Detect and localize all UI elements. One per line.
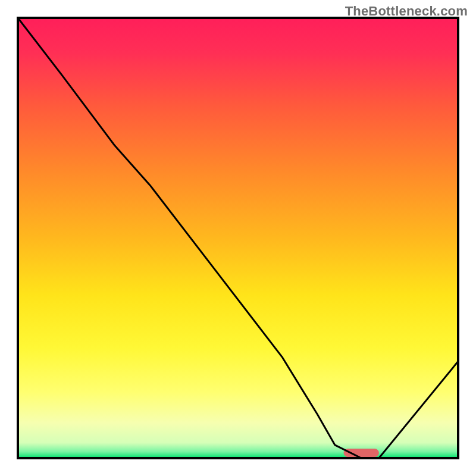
plot-background bbox=[18, 18, 458, 458]
chart-svg bbox=[0, 0, 476, 476]
watermark-text: TheBottleneck.com bbox=[345, 4, 468, 19]
bottleneck-chart: TheBottleneck.com bbox=[0, 0, 476, 476]
